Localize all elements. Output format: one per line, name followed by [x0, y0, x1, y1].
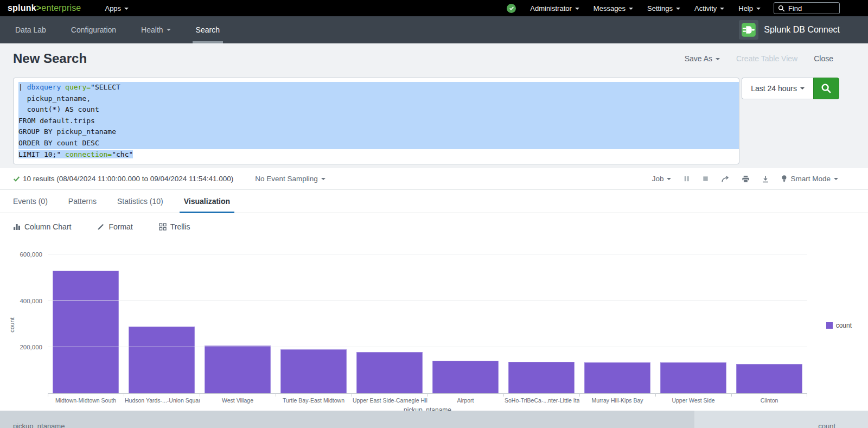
- create-table-view-button[interactable]: Create Table View: [736, 54, 797, 63]
- messages-menu[interactable]: Messages: [593, 4, 633, 12]
- search-icon: [821, 83, 832, 94]
- x-axis-tick: [579, 393, 580, 397]
- caret-down-icon: [167, 29, 171, 31]
- bar-Turtle Bay-East Midtown[interactable]: [280, 349, 347, 393]
- page-title: New Search: [13, 51, 87, 66]
- check-icon: [13, 175, 20, 182]
- bar-cell: [731, 254, 807, 393]
- results-tabs: Events (0) Patterns Statistics (10) Visu…: [0, 190, 868, 213]
- save-as-label: Save As: [685, 54, 712, 63]
- tab-statistics[interactable]: Statistics (10): [117, 190, 163, 213]
- find-search-box[interactable]: [774, 2, 840, 14]
- gridline: [48, 301, 807, 301]
- bar-cell: [579, 254, 655, 393]
- x-axis-category-label: Hudson Yards-...-Union Square: [124, 397, 200, 404]
- tab-patterns-label: Patterns: [68, 197, 97, 206]
- print-button[interactable]: [742, 175, 750, 183]
- bar-Clinton[interactable]: [736, 364, 802, 394]
- bar-Airport[interactable]: [432, 361, 499, 393]
- db-connect-app-icon: [739, 20, 758, 40]
- administrator-menu[interactable]: Administrator: [530, 4, 579, 12]
- activity-menu-label: Activity: [694, 4, 717, 12]
- x-axis-tick: [503, 393, 504, 397]
- table-column-pickup-ntaname[interactable]: pickup_ntaname: [0, 411, 694, 428]
- bar-West Village[interactable]: [205, 346, 271, 393]
- app-navbar: Data Lab Configuration Health Search Spl…: [0, 16, 868, 43]
- plug-icon: [741, 22, 756, 37]
- caret-down-icon: [676, 8, 680, 10]
- x-axis-tick: [48, 393, 48, 397]
- search-submit-button[interactable]: [813, 78, 839, 99]
- bar-Midtown-Midtown South[interactable]: [53, 271, 119, 393]
- caret-down-icon: [756, 8, 761, 10]
- apps-menu-label: Apps: [105, 4, 121, 12]
- logo-splunk-text: splunk: [8, 3, 36, 12]
- nav-item-configuration[interactable]: Configuration: [71, 16, 116, 43]
- stop-button[interactable]: [702, 175, 709, 182]
- close-button[interactable]: Close: [814, 54, 833, 63]
- chart-type-label: Column Chart: [24, 222, 71, 231]
- job-menu[interactable]: Job: [652, 175, 672, 183]
- splunk-logo[interactable]: splunk>enterprise: [8, 3, 81, 13]
- bar-cell: [124, 254, 200, 393]
- caret-down-icon: [629, 8, 633, 10]
- x-axis-tick: [731, 393, 732, 397]
- x-axis-tick: [200, 393, 200, 397]
- table-column-count[interactable]: count: [694, 411, 868, 428]
- caret-down-icon: [800, 87, 805, 90]
- bar-cell: [655, 254, 731, 393]
- x-axis-tick: [655, 393, 656, 397]
- bar-cell: [427, 254, 503, 393]
- share-button[interactable]: [721, 175, 730, 183]
- x-axis-category-label: Upper East Side-Carnegie Hill: [352, 397, 427, 404]
- bar-cell: [276, 254, 352, 393]
- y-axis-tick-label: 200,000: [0, 344, 42, 350]
- time-range-picker[interactable]: Last 24 hours: [742, 78, 813, 99]
- activity-menu[interactable]: Activity: [694, 4, 724, 12]
- x-axis-category-label: Murray Hill-Kips Bay: [579, 397, 655, 404]
- pause-button[interactable]: [683, 175, 690, 182]
- bar-cell: [503, 254, 579, 393]
- top-navbar: splunk>enterprise Apps Administrator Mes…: [0, 0, 868, 16]
- check-icon: [509, 5, 514, 11]
- chart-type-button[interactable]: Column Chart: [13, 222, 71, 231]
- nav-item-data-lab[interactable]: Data Lab: [15, 16, 46, 43]
- bar-cell: [200, 254, 276, 393]
- logo-gt-text: >: [36, 3, 42, 12]
- x-axis-category-label: Midtown-Midtown South: [48, 397, 124, 404]
- search-query-editor[interactable]: | dbxquery query="SELECT pickup_ntaname,…: [13, 78, 739, 164]
- apps-menu[interactable]: Apps: [105, 4, 129, 12]
- save-as-button[interactable]: Save As: [685, 54, 720, 63]
- caret-down-icon: [834, 178, 838, 180]
- app-identity[interactable]: Splunk DB Connect: [739, 20, 840, 40]
- tab-events-label: Events (0): [13, 197, 48, 206]
- bar-Upper East Side-Carnegie Hill[interactable]: [356, 352, 423, 393]
- bar-Murray Hill-Kips Bay[interactable]: [584, 362, 650, 394]
- tab-events[interactable]: Events (0): [13, 190, 48, 213]
- trellis-label: Trellis: [170, 222, 190, 231]
- trellis-button[interactable]: Trellis: [159, 222, 190, 231]
- x-axis-category-label: Upper West Side: [655, 397, 731, 404]
- gridline: [48, 347, 807, 347]
- gridline: [48, 254, 807, 254]
- bar-Upper West Side[interactable]: [660, 362, 726, 393]
- close-label: Close: [814, 54, 833, 63]
- event-sampling-dropdown[interactable]: No Event Sampling: [255, 175, 326, 183]
- bar-Hudson Yards-...-Union Square[interactable]: [129, 327, 195, 393]
- settings-menu[interactable]: Settings: [647, 4, 680, 12]
- help-menu[interactable]: Help: [738, 4, 761, 12]
- export-button[interactable]: [762, 175, 769, 183]
- nav-item-search[interactable]: Search: [196, 16, 220, 43]
- nav-item-health[interactable]: Health: [141, 16, 170, 43]
- health-status-badge[interactable]: [507, 4, 516, 13]
- tab-visualization[interactable]: Visualization: [184, 190, 230, 213]
- bar-cell: [48, 254, 124, 393]
- chart-legend[interactable]: count: [826, 322, 852, 329]
- tab-patterns[interactable]: Patterns: [68, 190, 97, 213]
- format-button[interactable]: Format: [97, 222, 132, 231]
- bar-SoHo-TriBeCa-...nter-Little Italy[interactable]: [508, 362, 575, 393]
- find-input[interactable]: [788, 4, 835, 12]
- x-axis-category-label: SoHo-TriBeCa-...nter-Little Italy: [503, 397, 579, 404]
- search-mode-dropdown[interactable]: Smart Mode: [781, 175, 838, 183]
- tab-visualization-label: Visualization: [184, 197, 230, 206]
